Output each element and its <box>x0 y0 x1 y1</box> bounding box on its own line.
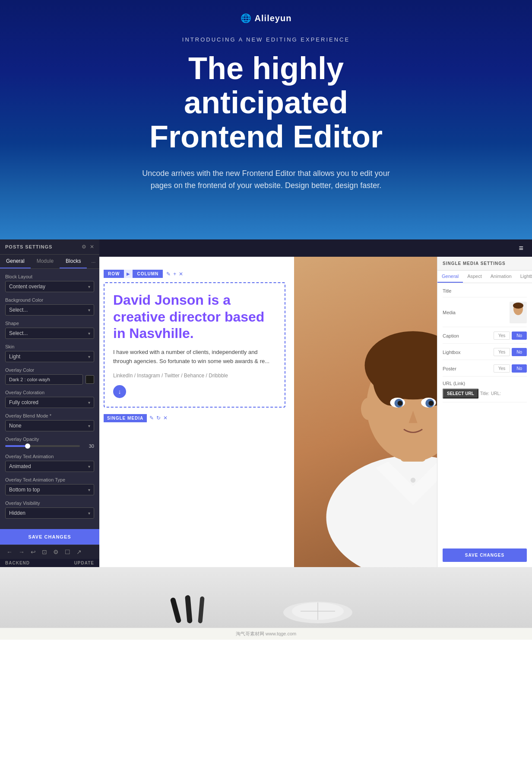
col-label[interactable]: COLUMN <box>133 270 163 278</box>
svg-point-13 <box>361 398 376 420</box>
slider-track[interactable] <box>5 445 80 447</box>
url-title-label: Title: <box>480 391 489 396</box>
overlay-color-input[interactable]: Dark 2 : color-wayh <box>5 374 83 385</box>
close-icon[interactable]: ✕ <box>90 244 94 250</box>
overlay-color-input-row: Dark 2 : color-wayh <box>5 374 94 385</box>
overlay-text-anim-value: Animated <box>9 463 31 469</box>
slider-fill <box>5 445 28 447</box>
overlay-color-swatch[interactable] <box>86 375 94 384</box>
export-icon[interactable]: ↗ <box>76 548 82 555</box>
rp-tab-aspect[interactable]: Aspect <box>463 271 486 283</box>
media-edit-icon[interactable]: ✎ <box>149 415 154 421</box>
rp-save-changes-button[interactable]: SAVE CHANGES <box>443 548 527 562</box>
block-layout-select[interactable]: Content overlay ▾ <box>5 281 94 292</box>
update-label[interactable]: UPDATE <box>74 561 94 565</box>
poster-yes-btn[interactable]: Yes <box>494 364 510 373</box>
lightbox-yes-btn[interactable]: Yes <box>494 348 510 356</box>
media-close-icon[interactable]: ✕ <box>163 415 168 421</box>
svg-point-10 <box>398 401 402 405</box>
caption-no-btn[interactable]: No <box>512 332 527 340</box>
rp-tab-lightbox[interactable]: Lightbox <box>516 271 532 283</box>
media-thumbnail[interactable] <box>510 302 527 323</box>
close-row-icon[interactable]: ✕ <box>179 271 183 277</box>
svg-point-12 <box>411 478 415 482</box>
overlay-blend-value: None <box>9 423 22 429</box>
canvas-area: ≡ <box>99 239 532 567</box>
rp-lightbox-label: Lightbox <box>443 350 461 355</box>
background-color-label: Background Color <box>5 297 94 303</box>
tools-mouse-svg <box>264 597 372 623</box>
overlay-text-anim-label: Overlay Text Animation <box>5 454 94 459</box>
caption-yes-btn[interactable]: Yes <box>494 332 510 340</box>
block-layout-field: Block Layout Content overlay ▾ <box>5 274 94 292</box>
content-title: David Jonson is a creative director base… <box>113 292 276 341</box>
media-refresh-icon[interactable]: ↻ <box>156 415 161 421</box>
rp-caption-label: Caption <box>443 333 459 338</box>
overlay-color-label: Overlay Color <box>5 367 94 373</box>
tools-area <box>0 567 532 628</box>
settings-icon[interactable]: ⚙ <box>82 244 86 250</box>
breadcrumb-arrow: ▶ <box>124 270 133 278</box>
edit-icon[interactable]: ✎ <box>166 271 171 277</box>
logo-bar: 🌐 Alileyun <box>17 13 515 23</box>
tab-blocks[interactable]: Blocks <box>60 255 87 268</box>
lightbox-no-btn[interactable]: No <box>512 348 527 356</box>
overlay-anim-type-field: Overlay Text Animation Type Bottom to to… <box>5 477 94 495</box>
add-icon[interactable]: + <box>173 271 176 277</box>
tab-module[interactable]: Module <box>31 255 60 268</box>
opacity-slider[interactable]: 30 <box>5 443 94 449</box>
overlay-blend-select[interactable]: None ▾ <box>5 420 94 431</box>
frame-icon[interactable]: ⊡ <box>42 548 47 555</box>
svg-rect-17 <box>170 597 181 624</box>
overlay-color-value: Dark 2 : color-wayh <box>9 377 50 382</box>
single-media-label[interactable]: SINGLE MEDIA <box>104 414 147 422</box>
overlay-coloration-select[interactable]: Fully colored ▾ <box>5 397 94 408</box>
select-url-button[interactable]: SELECT URL <box>443 389 478 399</box>
toolbar-left-icons: ← → ↩ ⊡ ⚙ ☐ ↗ <box>6 548 82 555</box>
save-changes-button[interactable]: SAVE CHANGES <box>0 529 99 545</box>
rp-tab-animation[interactable]: Animation <box>486 271 516 283</box>
full-layout: 🌐 Alileyun INTRODUCING A NEW EDITING EXP… <box>0 0 532 640</box>
tab-general[interactable]: General <box>0 255 31 268</box>
skin-select[interactable]: Light ▾ <box>5 351 94 362</box>
hero-description: Uncode arrives with the new Frontend Edi… <box>136 167 396 192</box>
right-panel-tabs: General Aspect Animation Lightbox <box>437 271 532 283</box>
logo-icon: 🌐 <box>241 13 251 23</box>
canvas-content-overlay: ROW ▶ COLUMN ✎ + ✕ David Jonson is a cre <box>104 270 285 422</box>
shape-label: Shape <box>5 321 94 326</box>
tab-more[interactable]: ... <box>87 255 100 268</box>
panel-title: POSTS SETTINGS <box>5 244 52 249</box>
overlay-blend-field: Overlay Blend Mode * None ▾ <box>5 413 94 431</box>
back-icon[interactable]: ← <box>6 548 13 555</box>
down-arrow-button[interactable]: ↓ <box>113 385 126 398</box>
slider-thumb[interactable] <box>25 443 30 449</box>
overlay-text-anim-select[interactable]: Animated ▾ <box>5 461 94 472</box>
hamburger-icon[interactable]: ≡ <box>519 244 523 253</box>
backend-label[interactable]: BACKEND <box>5 561 30 565</box>
overlay-anim-type-select[interactable]: Bottom to top ▾ <box>5 484 94 495</box>
content-body: I have worked with a number of clients, … <box>113 348 276 366</box>
row-label[interactable]: ROW <box>104 270 124 278</box>
overlay-anim-type-value: Bottom to top <box>9 487 40 493</box>
overlay-visibility-field: Overlay Visibility Hidden ▾ <box>5 501 94 519</box>
device-icon[interactable]: ☐ <box>65 548 70 555</box>
shape-value: Select... <box>9 330 28 336</box>
gear-icon[interactable]: ⚙ <box>53 548 59 555</box>
overlay-visibility-value: Hidden <box>9 510 25 516</box>
overlay-visibility-select[interactable]: Hidden ▾ <box>5 507 94 519</box>
hero-section: 🌐 Alileyun INTRODUCING A NEW EDITING EXP… <box>0 0 532 239</box>
forward-icon[interactable]: → <box>19 548 25 555</box>
poster-no-btn[interactable]: No <box>512 364 527 373</box>
shape-select[interactable]: Select... ▾ <box>5 328 94 339</box>
undo-icon[interactable]: ↩ <box>31 548 36 555</box>
background-color-field: Background Color Select... ▾ <box>5 297 94 316</box>
background-color-select[interactable]: Select... ▾ <box>5 304 94 316</box>
logo-text: Alileyun <box>255 13 292 23</box>
row-col-selector: ROW ▶ COLUMN ✎ + ✕ <box>104 270 183 278</box>
rp-tab-general[interactable]: General <box>437 271 463 283</box>
overlay-visibility-label: Overlay Visibility <box>5 501 94 506</box>
rp-poster-field: Poster Yes No <box>443 364 527 376</box>
opacity-value: 30 <box>83 443 94 449</box>
rp-url-label: URL (Link) <box>443 381 465 386</box>
skin-label: Skin <box>5 344 94 349</box>
